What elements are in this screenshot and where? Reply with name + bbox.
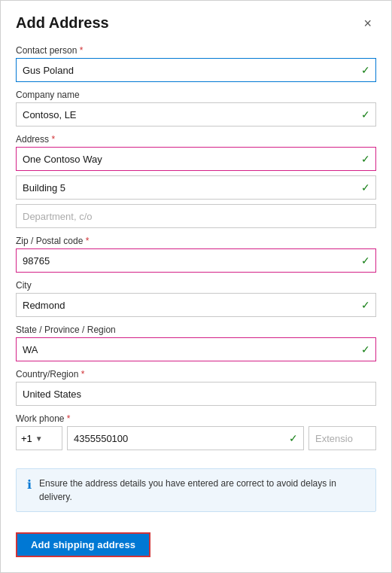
address-line1-wrapper: ✓ — [16, 147, 376, 171]
country-required-marker: * — [81, 369, 85, 379]
dialog-header: Add Address × — [1, 1, 391, 39]
phone-number-wrapper: ✓ — [67, 426, 304, 450]
zip-required-marker: * — [86, 236, 90, 246]
phone-prefix-dropdown[interactable]: +1 ▼ — [16, 426, 62, 450]
city-input-wrapper: ✓ — [16, 293, 376, 317]
phone-extension-wrapper — [308, 426, 376, 450]
address-label: Address * — [16, 134, 376, 145]
dialog-body: Contact person * ✓ Company name ✓ Addres… — [1, 39, 391, 526]
company-name-input[interactable] — [16, 102, 376, 126]
company-name-input-wrapper: ✓ — [16, 102, 376, 126]
address-line3-wrapper — [16, 204, 376, 228]
country-input-wrapper — [16, 382, 376, 406]
chevron-down-icon: ▼ — [35, 434, 43, 443]
phone-number-input[interactable] — [67, 426, 304, 450]
work-phone-label: Work phone * — [16, 413, 376, 424]
company-name-label: Company name — [16, 90, 376, 100]
contact-person-field: Contact person * ✓ — [16, 45, 376, 82]
work-phone-field: Work phone * +1 ▼ ✓ — [16, 413, 376, 450]
contact-person-input-wrapper: ✓ — [16, 58, 376, 82]
info-message: Ensure the address details you have ente… — [39, 477, 365, 504]
zip-label: Zip / Postal code * — [16, 236, 376, 246]
phone-extension-input[interactable] — [308, 426, 376, 450]
address-field-group: Address * ✓ ✓ — [16, 134, 376, 228]
required-marker: * — [80, 45, 84, 56]
country-label: Country/Region * — [16, 369, 376, 379]
phone-prefix-value: +1 — [21, 433, 32, 444]
add-shipping-button[interactable]: Add shipping address — [16, 532, 150, 557]
address-required-marker: * — [51, 134, 55, 145]
city-field: City ✓ — [16, 280, 376, 317]
close-button[interactable]: × — [359, 15, 376, 32]
zip-input-wrapper: ✓ — [16, 248, 376, 273]
zip-input[interactable] — [16, 248, 376, 273]
info-box: ℹ Ensure the address details you have en… — [16, 468, 376, 512]
zip-field: Zip / Postal code * ✓ — [16, 236, 376, 273]
dialog-title: Add Address — [16, 14, 109, 32]
state-label: State / Province / Region — [16, 325, 376, 335]
address-line2-wrapper: ✓ — [16, 175, 376, 200]
company-name-field: Company name ✓ — [16, 90, 376, 126]
work-phone-required-marker: * — [67, 413, 71, 424]
country-field: Country/Region * — [16, 369, 376, 406]
state-field: State / Province / Region ✓ — [16, 325, 376, 361]
city-input[interactable] — [16, 293, 376, 317]
country-input[interactable] — [16, 382, 376, 406]
address-line2-input[interactable] — [16, 175, 376, 200]
state-input[interactable] — [16, 337, 376, 361]
dialog-footer: Add shipping address — [1, 526, 391, 572]
contact-person-label: Contact person * — [16, 45, 376, 56]
contact-person-input[interactable] — [16, 58, 376, 82]
address-fields-container: ✓ ✓ — [16, 147, 376, 228]
address-line3-input[interactable] — [16, 204, 376, 228]
city-label: City — [16, 280, 376, 291]
address-line1-input[interactable] — [16, 147, 376, 171]
add-address-dialog: Add Address × Contact person * ✓ Company… — [0, 0, 392, 573]
state-input-wrapper: ✓ — [16, 337, 376, 361]
work-phone-row: +1 ▼ ✓ — [16, 426, 376, 450]
info-icon: ℹ — [27, 477, 32, 492]
